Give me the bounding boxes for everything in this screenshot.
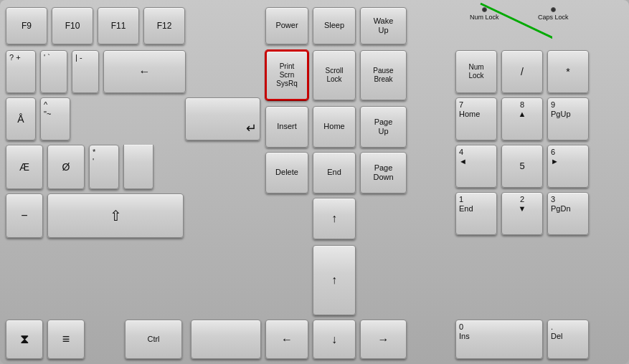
key-page-up[interactable]: Page Up xyxy=(360,106,407,148)
key-num6[interactable]: 6 ► xyxy=(547,145,589,188)
key-num5[interactable]: 5 xyxy=(501,145,543,188)
caps-lock-led xyxy=(551,7,556,12)
key-print-scrn[interactable]: Print Scrn SysRq xyxy=(265,50,308,100)
caps-lock-label: Caps Lock xyxy=(538,14,569,21)
key-doc-icon[interactable]: ≡ xyxy=(47,320,85,359)
key-caret[interactable]: ^ "~ xyxy=(40,97,70,140)
key-minus[interactable]: − xyxy=(6,193,43,238)
key-ctrl-bottom[interactable]: Ctrl xyxy=(125,320,182,359)
key-up-arrow[interactable]: ↑ xyxy=(313,198,356,239)
key-num-slash[interactable]: / xyxy=(501,50,543,93)
key-f10[interactable]: F10 xyxy=(52,7,93,44)
key-insert[interactable]: Insert xyxy=(265,106,308,148)
enter-arrow: ↵ xyxy=(246,121,257,137)
key-f9[interactable]: F9 xyxy=(6,7,47,44)
key-hourglass[interactable]: ⧗ xyxy=(6,320,43,359)
key-num2[interactable]: 2 ▼ xyxy=(501,192,543,235)
key-num9[interactable]: 9 PgUp xyxy=(547,97,589,140)
key-num4[interactable]: 4 ◄ xyxy=(455,145,497,188)
num-lock-led xyxy=(482,7,487,12)
key-pause-break[interactable]: Pause Break xyxy=(360,50,407,100)
key-scroll-lock[interactable]: Scroll Lock xyxy=(313,50,356,100)
key-f11[interactable]: F11 xyxy=(98,7,139,44)
key-num-star[interactable]: * xyxy=(547,50,589,93)
key-star2[interactable]: * ' xyxy=(89,145,119,189)
key-question[interactable]: ? + xyxy=(6,50,36,93)
caps-lock-indicator: Caps Lock xyxy=(538,7,569,21)
key-enter-top[interactable]: ↵ xyxy=(185,97,260,140)
key-num7[interactable]: 7 Home xyxy=(455,97,497,140)
key-f12[interactable]: F12 xyxy=(143,7,185,44)
key-left-arrow[interactable]: ← xyxy=(265,320,308,359)
key-spacebar[interactable] xyxy=(191,320,261,359)
key-sleep[interactable]: Sleep xyxy=(313,7,356,44)
key-enter-bottom[interactable] xyxy=(123,145,153,189)
key-end[interactable]: End xyxy=(313,152,356,193)
num-lock-label: Num Lock xyxy=(470,14,499,21)
key-right-arrow[interactable]: → xyxy=(360,320,407,359)
key-num3[interactable]: 3 PgDn xyxy=(547,192,589,235)
key-shift-left[interactable]: ⇧ xyxy=(47,193,184,238)
key-ae[interactable]: Æ xyxy=(6,145,43,189)
key-oslash[interactable]: Ø xyxy=(47,145,85,189)
key-home[interactable]: Home xyxy=(313,106,356,148)
key-aa[interactable]: Å xyxy=(6,97,36,140)
key-num0[interactable]: 0 Ins xyxy=(455,320,543,359)
key-up-arrow-standalone[interactable]: ↑ xyxy=(313,245,356,315)
key-power[interactable]: Power xyxy=(265,7,308,44)
key-backspace[interactable]: ← xyxy=(103,50,186,93)
key-num-lock[interactable]: Num Lock xyxy=(455,50,497,93)
key-num1[interactable]: 1 End xyxy=(455,192,497,235)
key-page-down[interactable]: Page Down xyxy=(360,152,407,193)
key-num-del[interactable]: . Del xyxy=(547,320,589,359)
keyboard: F9 F10 F11 F12 Power Sleep Wake Up Num L… xyxy=(0,0,629,364)
key-pipe[interactable]: | - xyxy=(72,50,99,93)
key-delete[interactable]: Delete xyxy=(265,152,308,193)
key-down-arrow[interactable]: ↓ xyxy=(313,320,356,359)
key-backtick[interactable]: ' ` xyxy=(40,50,67,93)
num-lock-indicator: Num Lock xyxy=(470,7,499,21)
key-wake-up[interactable]: Wake Up xyxy=(360,7,407,44)
key-num8[interactable]: 8 ▲ xyxy=(501,97,543,140)
